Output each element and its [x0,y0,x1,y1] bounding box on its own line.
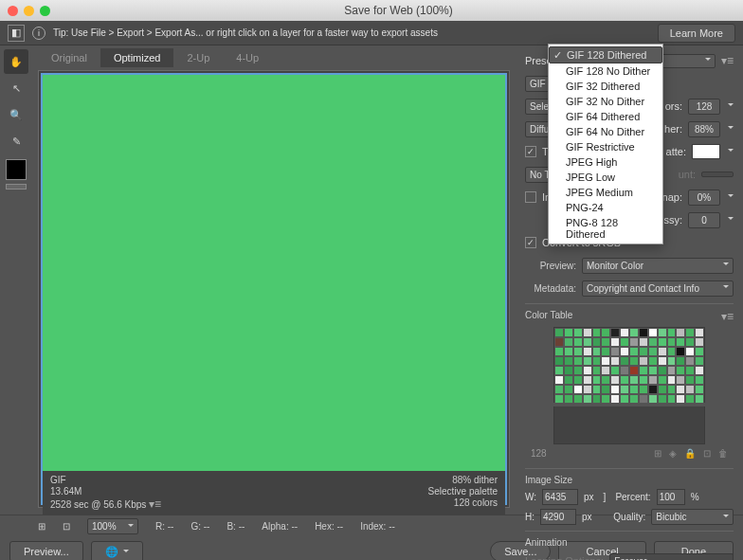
color-table-cell[interactable] [639,394,648,404]
color-table-cell[interactable] [658,394,667,404]
color-table-cell[interactable] [667,385,677,394]
color-table-cell[interactable] [658,356,667,366]
color-table-cell[interactable] [695,328,704,337]
color-table-cell[interactable] [573,347,583,356]
color-table-cell[interactable] [573,385,583,394]
color-table-cell[interactable] [554,394,564,404]
preset-option[interactable]: JPEG High [549,154,662,170]
color-table-cell[interactable] [658,375,667,385]
color-table-cell[interactable] [601,394,610,404]
color-table-cell[interactable] [554,385,564,394]
color-table-cell[interactable] [610,328,620,337]
ct-lock-icon[interactable]: 🔒 [684,448,696,459]
color-table-cell[interactable] [573,375,583,385]
color-table-cell[interactable] [583,337,592,347]
color-table-cell[interactable] [554,356,564,366]
color-table-cell[interactable] [685,337,695,347]
zoom-tool[interactable]: 🔍 [4,102,28,127]
color-table-cell[interactable] [554,375,564,385]
tab-original[interactable]: Original [38,48,100,67]
color-table-cell[interactable] [564,356,573,366]
color-table-cell[interactable] [610,366,620,375]
color-table-cell[interactable] [667,366,677,375]
color-table-cell[interactable] [685,394,695,404]
color-table-cell[interactable] [639,375,648,385]
color-table-cell[interactable] [639,347,648,356]
toggle-slices-visibility[interactable] [6,184,27,190]
color-table-cell[interactable] [583,328,592,337]
preview-select[interactable]: Monitor Color [582,258,734,274]
tab-optimized[interactable]: Optimized [100,48,174,67]
color-table-cell[interactable] [620,366,629,375]
color-table-cell[interactable] [639,337,648,347]
lossy-input[interactable]: 0 [688,212,720,228]
color-table-cell[interactable] [610,394,620,404]
color-table-cell[interactable] [658,337,667,347]
color-table-cell[interactable] [676,375,685,385]
transparency-checkbox[interactable] [525,146,536,157]
ct-map-icon[interactable]: ⊞ [654,448,661,459]
color-table-cell[interactable] [564,366,573,375]
color-table-cell[interactable] [573,356,583,366]
color-table-cell[interactable] [620,394,629,404]
color-table-cell[interactable] [620,328,629,337]
color-table-cell[interactable] [583,385,592,394]
color-table-cell[interactable] [648,356,658,366]
color-table-cell[interactable] [648,337,658,347]
color-table-cell[interactable] [592,356,602,366]
color-table-cell[interactable] [629,356,639,366]
color-table-cell[interactable] [610,356,620,366]
color-table-cell[interactable] [573,394,583,404]
interlaced-checkbox[interactable] [525,191,536,203]
color-table-cell[interactable] [695,356,704,366]
color-table-cell[interactable] [601,347,610,356]
eyedropper-tool[interactable]: ✎ [4,129,28,154]
color-table-cell[interactable] [573,366,583,375]
color-table-cell[interactable] [685,328,695,337]
color-table-cell[interactable] [601,366,610,375]
color-table-cell[interactable] [629,385,639,394]
color-table-cell[interactable] [554,337,564,347]
color-table-cell[interactable] [685,385,695,394]
dither-input[interactable]: 88% [688,121,720,137]
preset-option[interactable]: GIF Restrictive [549,139,662,154]
color-table-cell[interactable] [592,375,602,385]
preset-option[interactable]: GIF 128 No Dither [549,63,662,79]
zoom-select[interactable]: 100% [87,518,138,534]
color-table-cell[interactable] [564,375,573,385]
dither-stepper[interactable] [726,125,734,134]
color-table-cell[interactable] [676,394,685,404]
color-table-cell[interactable] [676,328,685,337]
matte-select[interactable] [692,144,720,159]
color-table-cell[interactable] [695,347,704,356]
color-table-cell[interactable] [620,337,629,347]
color-table-cell[interactable] [667,337,677,347]
websnap-stepper[interactable] [726,193,734,202]
color-table-cell[interactable] [620,375,629,385]
color-table-cell[interactable] [667,394,677,404]
hand-tool[interactable]: ✋ [4,49,28,74]
preset-option[interactable]: JPEG Low [549,170,662,185]
color-table-cell[interactable] [658,328,667,337]
metadata-select[interactable]: Copyright and Contact Info [582,280,734,297]
color-table-cell[interactable] [639,385,648,394]
preset-option[interactable]: GIF 64 No Dither [549,124,662,139]
color-table-cell[interactable] [601,356,610,366]
color-table-cell[interactable] [610,347,620,356]
preset-option[interactable]: GIF 128 Dithered [549,46,662,63]
color-table-cell[interactable] [620,356,629,366]
preview-button[interactable]: Preview... [9,541,83,560]
footer-menu-icon[interactable]: ▾≡ [149,497,161,511]
color-table-cell[interactable] [695,366,704,375]
color-table-cell[interactable] [685,375,695,385]
preset-option[interactable]: GIF 64 Dithered [549,109,662,124]
color-table-cell[interactable] [583,394,592,404]
color-table-cell[interactable] [583,375,592,385]
color-table-cell[interactable] [676,356,685,366]
color-table-cell[interactable] [620,385,629,394]
color-table-cell[interactable] [639,328,648,337]
color-table-cell[interactable] [629,328,639,337]
color-table-cell[interactable] [676,385,685,394]
color-table-cell[interactable] [695,385,704,394]
quality-select[interactable]: Bicubic [651,509,734,525]
